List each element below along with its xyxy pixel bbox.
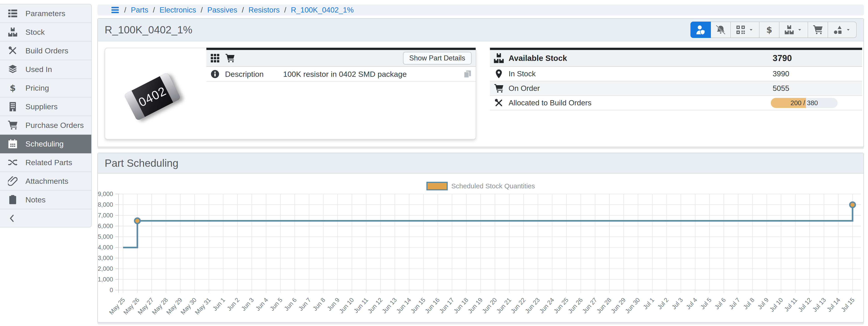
sidebar-item-label: Pricing	[25, 84, 49, 92]
svg-text:Jun 5: Jun 5	[269, 296, 284, 312]
available-stock-total: 3790	[773, 53, 792, 63]
sidebar-item-related-parts[interactable]: Related Parts	[0, 153, 91, 172]
sidebar-collapse-button[interactable]	[0, 209, 91, 228]
sidebar-item-suppliers[interactable]: Suppliers	[0, 97, 91, 116]
svg-text:$: $	[766, 25, 772, 34]
svg-text:Jun 20: Jun 20	[481, 296, 498, 315]
info-icon	[211, 70, 220, 78]
breadcrumb-link-passives[interactable]: Passives	[207, 6, 237, 14]
svg-text:Jun 19: Jun 19	[467, 296, 484, 315]
sidebar-item-build-orders[interactable]: Build Orders	[0, 41, 91, 60]
svg-text:Jun 18: Jun 18	[452, 296, 470, 315]
chart-legend: Scheduled Stock Quantities	[98, 182, 864, 190]
svg-text:Jul 2: Jul 2	[656, 296, 670, 310]
sidebar: ParametersStockBuild OrdersUsed In$Prici…	[0, 4, 92, 228]
breadcrumb-separator: /	[242, 6, 244, 14]
sidebar-item-purchase-orders[interactable]: Purchase Orders	[0, 116, 91, 135]
svg-text:Jun 22: Jun 22	[509, 296, 527, 315]
svg-text:Jun 24: Jun 24	[538, 296, 556, 315]
breadcrumb-link-r-100k-0402-1[interactable]: R_100K_0402_1%	[291, 6, 354, 14]
part-details-rows: Description100K resistor in 0402 SMD pac…	[206, 67, 476, 82]
svg-text:May 26: May 26	[122, 296, 141, 316]
sidebar-item-stock[interactable]: Stock	[0, 23, 91, 41]
scheduling-chart: 01,0002,0003,0004,0005,0006,0007,0008,00…	[98, 191, 864, 323]
breadcrumb-separator: /	[153, 6, 155, 14]
sidebar-item-label: Stock	[25, 28, 45, 36]
user-shield-icon	[696, 25, 706, 34]
sidebar-item-pricing[interactable]: $Pricing	[0, 79, 91, 97]
part-actions-button[interactable]	[828, 22, 857, 38]
svg-text:Jun 26: Jun 26	[567, 296, 584, 315]
cart-icon	[494, 84, 504, 93]
sidebar-item-parameters[interactable]: Parameters	[0, 4, 91, 23]
caret-down-icon	[845, 27, 851, 33]
part-detail-label: Description	[225, 70, 283, 79]
svg-text:Jun 14: Jun 14	[395, 296, 412, 315]
svg-text:1,000: 1,000	[98, 276, 113, 283]
order-button[interactable]	[808, 22, 828, 38]
bell-slash-icon	[716, 25, 725, 34]
part-detail-value: 100K resistor in 0402 SMD package	[283, 70, 463, 79]
svg-text:Jun 3: Jun 3	[240, 296, 255, 312]
svg-text:Jun 4: Jun 4	[254, 296, 269, 312]
cart-icon	[0, 120, 25, 130]
cart-icon	[813, 25, 823, 34]
building-icon	[0, 102, 25, 111]
part-image-label: 0402	[136, 84, 168, 109]
part-detail-row-description: Description100K resistor in 0402 SMD pac…	[206, 67, 476, 82]
breadcrumb-separator: /	[124, 6, 126, 14]
sidebar-item-label: Scheduling	[25, 140, 64, 148]
dollar-icon: $	[0, 83, 25, 93]
svg-text:Jul 13: Jul 13	[811, 296, 827, 313]
svg-text:Jun 16: Jun 16	[424, 296, 441, 315]
breadcrumb-link-resistors[interactable]: Resistors	[248, 6, 280, 14]
svg-text:May 28: May 28	[151, 296, 169, 316]
svg-text:Jun 29: Jun 29	[610, 296, 627, 315]
svg-text:Jul 11: Jul 11	[783, 296, 799, 313]
copy-icon[interactable]	[463, 70, 472, 78]
barcode-actions-button[interactable]	[731, 22, 760, 38]
sidebar-item-label: Attachments	[25, 177, 68, 186]
part-image[interactable]: 0402	[124, 72, 181, 121]
cart-icon	[225, 54, 235, 63]
breadcrumb-link-electronics[interactable]: Electronics	[159, 6, 196, 14]
breadcrumb-link-parts[interactable]: Parts	[131, 6, 148, 14]
part-panel-header: R_100K_0402_1% $	[98, 19, 864, 41]
svg-text:Jul 10: Jul 10	[768, 296, 784, 313]
svg-text:5,000: 5,000	[98, 233, 113, 240]
shapes-icon	[833, 25, 843, 34]
part-details-card: 0402 Show Part Details Description100K r…	[105, 48, 476, 140]
paperclip-icon	[0, 176, 25, 186]
dollar-icon: $	[765, 25, 774, 34]
stock-actions-button[interactable]	[779, 22, 808, 38]
boxes-icon	[0, 27, 25, 37]
calendar-icon	[0, 139, 25, 149]
unsubscribe-button[interactable]	[710, 22, 731, 38]
scheduling-panel: Part Scheduling Scheduled Stock Quantiti…	[97, 153, 864, 323]
svg-text:Jun 15: Jun 15	[409, 296, 427, 315]
stock-row-in-stock: In Stock3990	[490, 67, 862, 81]
svg-text:Jul 3: Jul 3	[671, 296, 684, 310]
svg-text:Jun 10: Jun 10	[338, 296, 355, 315]
sidebar-item-notes[interactable]: Notes	[0, 190, 91, 209]
sidebar-item-label: Related Parts	[25, 158, 72, 167]
th-icon	[211, 54, 220, 63]
sidebar-item-attachments[interactable]: Attachments	[0, 172, 91, 190]
page-title: R_100K_0402_1%	[105, 24, 192, 36]
admin-view-button[interactable]	[690, 22, 711, 38]
menu-icon[interactable]	[111, 5, 120, 14]
sidebar-item-label: Build Orders	[25, 46, 68, 55]
scheduling-chart-svg: 01,0002,0003,0004,0005,0006,0007,0008,00…	[98, 191, 864, 323]
show-part-details-button[interactable]: Show Part Details	[403, 52, 472, 64]
sidebar-item-scheduling[interactable]: Scheduling	[0, 135, 91, 153]
svg-text:Jul 14: Jul 14	[826, 296, 842, 313]
part-details-table: Show Part Details Description100K resist…	[206, 48, 476, 82]
part-toolbar: $	[690, 22, 857, 38]
sidebar-item-label: Suppliers	[25, 102, 58, 111]
svg-text:Jul 15: Jul 15	[840, 296, 856, 313]
sidebar-item-used-in[interactable]: Used In	[0, 60, 91, 79]
boxes-icon	[494, 53, 504, 63]
svg-text:Jul 9: Jul 9	[756, 296, 770, 310]
pricing-button[interactable]: $	[759, 22, 779, 38]
legend-swatch	[426, 182, 448, 190]
